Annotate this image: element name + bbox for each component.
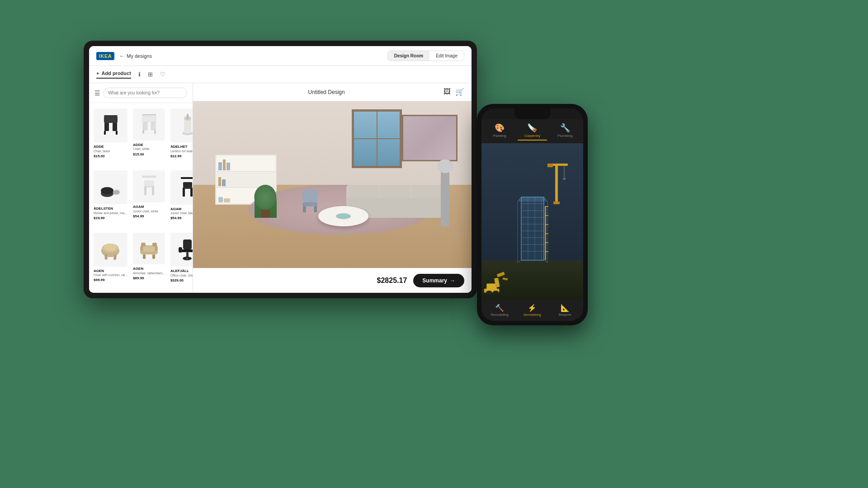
header-tabs: Design Room Edit Image [387, 51, 464, 61]
phone-screen: 🎨 Painting 🪚 Carpentry 🔧 Plumbing [481, 108, 583, 321]
heart-icon[interactable]: ♡ [160, 71, 165, 78]
summary-button[interactable]: Summary → [413, 274, 464, 287]
svg-rect-87 [555, 164, 558, 203]
save-icon[interactable]: 🖼 [443, 88, 451, 96]
carpentry-icon: 🪚 [527, 123, 537, 133]
product-price: $329.00 [170, 278, 193, 282]
product-image [133, 170, 165, 202]
product-desc: Chair with cushion, rat... [94, 273, 127, 277]
svg-rect-8 [143, 122, 147, 130]
room-floor-lamp [441, 160, 449, 226]
list-item[interactable]: ÄDELHET Lantern for tealight, w... $12.9… [168, 105, 193, 167]
product-desc: Chair, white [133, 147, 165, 151]
tab-carpentry[interactable]: 🪚 Carpentry [516, 119, 548, 143]
building-scene [481, 143, 583, 299]
product-image [133, 108, 165, 141]
svg-rect-57 [502, 277, 508, 280]
tab-remodelling[interactable]: 🔨 Remodelling [483, 301, 516, 319]
list-item[interactable]: AGEN Armchair, rattan/bam... $89.99 [130, 229, 168, 291]
svg-rect-79 [521, 197, 544, 260]
room-chair [299, 190, 321, 215]
list-item[interactable]: ADDE Chair, white $15.00 [130, 105, 168, 167]
info-icon[interactable]: ℹ [138, 71, 141, 78]
product-price: $15.00 [133, 152, 165, 156]
svg-point-46 [186, 258, 188, 259]
back-nav[interactable]: ← My designs [119, 52, 152, 59]
svg-rect-81 [545, 206, 548, 207]
layers-icon[interactable]: ⊞ [148, 71, 153, 78]
product-desc: Lantern for tealight, w... [170, 149, 193, 153]
product-name: ADDE [133, 143, 165, 147]
svg-rect-27 [181, 177, 193, 179]
svg-point-18 [101, 187, 113, 194]
svg-rect-83 [545, 224, 548, 225]
product-price: $19.99 [94, 216, 127, 220]
svg-rect-50 [302, 202, 317, 206]
svg-rect-84 [545, 233, 548, 234]
product-price: $15.00 [94, 154, 127, 158]
room-coffee-table [318, 206, 368, 226]
room-image [193, 101, 472, 268]
list-item[interactable]: ADDE Chair, black $15.00 [91, 105, 130, 167]
sidebar: ☰ [89, 83, 193, 293]
svg-line-76 [518, 260, 521, 263]
svg-rect-10 [142, 130, 144, 134]
svg-rect-9 [151, 122, 156, 130]
laptop-device: IKEA ← My designs Design Room Edit Image… [84, 41, 477, 298]
svg-rect-42 [183, 239, 192, 249]
svg-point-35 [104, 244, 117, 251]
product-image [94, 170, 127, 204]
phone-bottom-tabs: 🔨 Remodelling ⚡ Demolishing 📐 Blueprint [481, 299, 583, 321]
svg-point-58 [486, 291, 492, 295]
svg-rect-6 [142, 114, 156, 115]
svg-rect-52 [314, 206, 317, 212]
plumbing-icon: 🔧 [560, 123, 570, 133]
tab-plumbing[interactable]: 🔧 Plumbing [549, 119, 581, 143]
svg-rect-5 [116, 131, 118, 135]
add-product-button[interactable]: + Add product [96, 70, 131, 79]
product-name: ADDE [94, 145, 127, 149]
list-item[interactable]: AGAM Junior chair, black $54.99 [168, 167, 193, 229]
product-desc: Mortar and pestel, ma... [94, 211, 127, 215]
product-name: AGAM [133, 205, 165, 209]
svg-rect-21 [145, 181, 154, 186]
plumbing-label: Plumbing [557, 134, 572, 138]
list-item[interactable]: AGAM Junior chair, white $54.99 [130, 167, 168, 229]
product-desc: Office chair, Glose black [170, 273, 193, 277]
living-room [193, 101, 472, 268]
canvas-title: Untitled Design [308, 89, 344, 95]
svg-rect-30 [184, 188, 191, 189]
product-name: ALEFJÄLL [170, 269, 193, 273]
tab-demolishing[interactable]: ⚡ Demolishing [516, 301, 548, 319]
product-desc: Armchair, rattan/bam... [133, 271, 165, 275]
list-item[interactable]: AGEN Chair with cushion, rat... $99.99 [91, 229, 130, 291]
room-artwork [402, 115, 458, 161]
product-price: $89.99 [133, 276, 165, 280]
search-input[interactable] [103, 88, 187, 98]
svg-rect-4 [104, 131, 106, 135]
tab-design-room[interactable]: Design Room [388, 51, 429, 61]
arrow-right-icon: → [450, 277, 455, 284]
svg-rect-41 [143, 246, 155, 252]
svg-rect-51 [303, 206, 306, 212]
svg-rect-39 [143, 254, 146, 259]
svg-rect-85 [545, 242, 548, 243]
svg-rect-2 [104, 123, 109, 131]
blueprint-label: Blueprint [559, 313, 571, 316]
list-item[interactable]: ALEFJÄLL Office chair, Glose black $329.… [168, 229, 193, 291]
phone-notch [514, 108, 551, 119]
product-image [133, 233, 165, 265]
product-grid: ADDE Chair, black $15.00 [89, 103, 193, 293]
cart-icon[interactable]: 🛒 [455, 88, 464, 96]
tab-blueprint[interactable]: 📐 Blueprint [549, 301, 581, 319]
product-desc: Junior chair, black [170, 211, 193, 215]
tab-painting[interactable]: 🎨 Painting [483, 119, 516, 143]
tab-edit-image[interactable]: Edit Image [429, 51, 464, 61]
svg-line-77 [544, 260, 547, 263]
list-item[interactable]: ÄDELSTEN Mortar and pestel, ma... $19.99 [91, 167, 130, 229]
product-image [170, 170, 193, 204]
product-image [94, 233, 127, 267]
svg-rect-16 [187, 114, 189, 119]
menu-icon[interactable]: ☰ [94, 89, 100, 97]
back-nav-label: My designs [127, 53, 152, 59]
